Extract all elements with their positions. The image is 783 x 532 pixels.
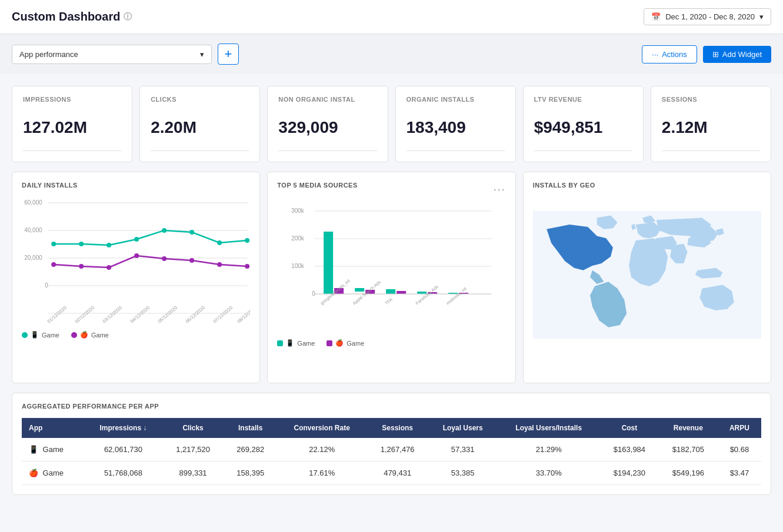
kpi-value: 2.20M <box>151 118 249 137</box>
legend-dot-teal-bar <box>277 340 283 346</box>
toolbar-left: App performance ▾ + <box>12 44 239 65</box>
top5-title: TOP 5 MEDIA SOURCES <box>277 182 357 189</box>
table-cell: 1,267,476 <box>366 438 428 461</box>
table-cell: 479,431 <box>366 461 428 485</box>
add-tab-button[interactable]: + <box>218 44 239 65</box>
col-header-cost[interactable]: Cost <box>600 418 659 438</box>
legend-dot-purple-bar <box>326 340 332 346</box>
kpi-value: $949,851 <box>534 118 632 137</box>
chevron-down-icon: ▾ <box>759 12 764 21</box>
add-widget-label: Add Widget <box>722 50 762 59</box>
table-cell: $549,196 <box>659 461 718 485</box>
col-header-revenue[interactable]: Revenue <box>659 418 718 438</box>
table-cell: $182,705 <box>659 438 718 461</box>
table-cell: $163,984 <box>600 438 659 461</box>
kpi-bottom <box>151 150 249 155</box>
kpi-card-ltv-revenue: LTV REVENUE $949,851 <box>523 86 644 162</box>
svg-text:60,000: 60,000 <box>24 199 42 206</box>
add-widget-button[interactable]: ⊞ Add Widget <box>703 46 771 63</box>
table-cell: 158,395 <box>224 461 277 485</box>
kpi-card-non-organic-instal: NON ORGANIC INSTAL 329,009 <box>267 86 388 162</box>
world-map <box>533 197 761 353</box>
app-performance-dropdown[interactable]: App performance ▾ <box>12 45 212 64</box>
kpi-bottom <box>534 150 632 155</box>
legend-ios-bar: 🍎 Game <box>326 339 364 347</box>
svg-text:02/12/2020: 02/12/2020 <box>74 305 96 324</box>
widget-icon: ⊞ <box>712 50 719 59</box>
col-header-app[interactable]: App <box>22 418 84 438</box>
svg-rect-45 <box>386 289 395 294</box>
table-section: AGGREGATED PERFORMANCE PER APP AppImpres… <box>12 393 771 495</box>
legend-android-bar-label: Game <box>297 340 315 347</box>
table-cell: 51,768,068 <box>84 461 162 485</box>
kpi-card-organic-installs: ORGANIC INSTALLS 183,409 <box>395 86 516 162</box>
kpi-value: 183,409 <box>407 118 505 137</box>
table-row: 🍎 Game51,768,068899,331158,39517.61%479,… <box>22 461 761 485</box>
col-header-conversion-rate[interactable]: Conversion Rate <box>277 418 366 438</box>
date-range-label: Dec 1, 2020 - Dec 8, 2020 <box>665 12 755 21</box>
table-cell: 899,331 <box>162 461 224 485</box>
legend-android-bar-icon: 📱 <box>286 339 294 347</box>
top5-bar-chart: 300k 200k 100k 0 <box>277 205 505 334</box>
kpi-card-sessions: SESSIONS 2.12M <box>651 86 771 162</box>
map-svg <box>533 197 761 353</box>
svg-text:20,000: 20,000 <box>24 255 42 261</box>
legend-dot-purple <box>71 332 77 338</box>
svg-text:TFA: TFA <box>384 297 394 306</box>
actions-label: Actions <box>662 50 687 59</box>
actions-button[interactable]: ··· Actions <box>642 45 697 63</box>
col-header-loyal-users-installs[interactable]: Loyal Users/Installs <box>497 418 600 438</box>
svg-point-15 <box>217 240 222 245</box>
apple-icon: 🍎 <box>29 469 38 477</box>
kpi-bottom <box>278 150 376 155</box>
svg-point-13 <box>162 228 166 233</box>
col-header-sessions[interactable]: Sessions <box>366 418 428 438</box>
table-row: 📱 Game62,061,7301,217,520269,28222.12%1,… <box>22 438 761 461</box>
col-header-installs[interactable]: Installs <box>224 418 277 438</box>
svg-point-23 <box>217 262 222 267</box>
line-chart-svg: 60,000 40,000 20,000 0 <box>22 197 250 326</box>
svg-text:100k: 100k <box>291 263 305 269</box>
svg-text:06/12/2020: 06/12/2020 <box>185 305 206 324</box>
top5-media-card: TOP 5 MEDIA SOURCES ··· 300k 200k 100k 0 <box>267 172 515 383</box>
col-header-impressions-[interactable]: Impressions ↓ <box>84 418 162 438</box>
svg-text:05/12/2020: 05/12/2020 <box>157 305 179 324</box>
info-icon[interactable]: ⓘ <box>124 12 132 22</box>
svg-point-12 <box>134 237 139 242</box>
col-header-arpu[interactable]: ARPU <box>718 418 761 438</box>
svg-text:01/12/2020: 01/12/2020 <box>46 305 68 324</box>
svg-point-11 <box>106 243 111 247</box>
main-content: IMPRESSIONS 127.02M CLICKS 2.20M NON ORG… <box>0 74 783 507</box>
table-cell: 🍎 Game <box>22 461 84 485</box>
table-cell: 1,217,520 <box>162 438 224 461</box>
bar-chart-svg: 300k 200k 100k 0 <box>277 205 505 334</box>
page-title: Custom Dashboard ⓘ <box>12 10 132 24</box>
dashboard-title: Custom Dashboard <box>12 10 120 24</box>
svg-point-10 <box>79 242 84 246</box>
svg-rect-41 <box>324 232 333 294</box>
date-picker[interactable]: 📅 Dec 1, 2020 - Dec 8, 2020 ▾ <box>644 8 771 25</box>
table-title: AGGREGATED PERFORMANCE PER APP <box>22 403 761 410</box>
table-cell: $0.68 <box>718 438 761 461</box>
svg-point-20 <box>134 253 139 258</box>
svg-point-18 <box>79 264 84 269</box>
legend-android-label: Game <box>42 332 59 339</box>
table-cell: 53,385 <box>428 461 498 485</box>
svg-point-24 <box>245 264 249 269</box>
chevron-down-icon: ▾ <box>200 50 204 59</box>
kpi-label: NON ORGANIC INSTAL <box>278 96 376 103</box>
table-cell: 22.12% <box>277 438 366 461</box>
svg-point-19 <box>106 265 111 270</box>
kpi-bottom <box>662 150 760 155</box>
kpi-value: 2.12M <box>662 118 760 137</box>
daily-installs-legend: 📱 Game 🍎 Game <box>22 331 250 339</box>
legend-ios-bar-icon: 🍎 <box>335 339 344 347</box>
chart-options-button[interactable]: ··· <box>494 183 506 196</box>
table-cell: 33.70% <box>497 461 600 485</box>
toolbar: App performance ▾ + ··· Actions ⊞ Add Wi… <box>0 34 783 74</box>
col-header-clicks[interactable]: Clicks <box>162 418 224 438</box>
svg-text:03/12/2020: 03/12/2020 <box>102 305 124 324</box>
col-header-loyal-users[interactable]: Loyal Users <box>428 418 498 438</box>
svg-rect-46 <box>397 291 406 294</box>
kpi-value: 329,009 <box>278 118 376 137</box>
